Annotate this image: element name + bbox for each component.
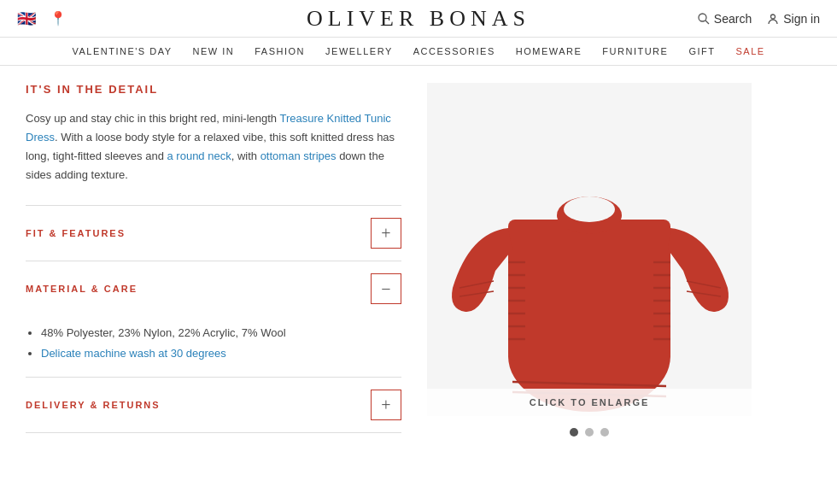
header-left: 🇬🇧 📍 [17,10,67,26]
material-item-2: Delicate machine wash at 30 degrees [41,343,401,363]
accordion-item-fit: FIT & FEATURES + [26,206,401,261]
dot-2[interactable] [585,428,594,437]
accordion-toggle-delivery[interactable]: + [371,390,401,420]
search-icon [698,13,710,25]
accordion-item-delivery: DELIVERY & RETURNS + [26,378,401,433]
nav-jewellery[interactable]: JEWELLERY [325,46,393,56]
product-detail-left: IT'S IN THE DETAIL Cosy up and stay chic… [26,83,401,437]
location-pin-icon: 📍 [50,10,67,26]
header: 🇬🇧 📍 OLIVER BONAS Search Sign in [0,0,837,38]
nav-homeware[interactable]: HOMEWARE [516,46,582,56]
dot-3[interactable] [600,428,609,437]
svg-rect-5 [508,220,670,360]
accordion-header-delivery[interactable]: DELIVERY & RETURNS + [26,378,401,432]
accordion: FIT & FEATURES + MATERIAL & CARE − 48% P… [26,205,401,433]
svg-point-0 [699,14,706,21]
nav-new-in[interactable]: NEW IN [193,46,235,56]
signin-label: Sign in [783,12,820,26]
search-button[interactable]: Search [698,12,752,26]
nav-valentines[interactable]: VALENTINE'S DAY [72,46,172,56]
accordion-label-fit: FIT & FEATURES [26,228,126,238]
user-icon [767,13,779,25]
nav-accessories[interactable]: ACCESSORIES [413,46,495,56]
site-logo: OLIVER BONAS [307,6,530,32]
product-image-wrap: CLICK TO ENLARGE [427,83,752,416]
accordion-content-material: 48% Polyester, 23% Nylon, 22% Acrylic, 7… [26,316,401,377]
nav-fashion[interactable]: FASHION [255,46,305,56]
search-label: Search [714,12,752,26]
main-nav: VALENTINE'S DAY NEW IN FASHION JEWELLERY… [0,38,837,66]
desc-link-ottoman: ottoman stripes [260,149,337,162]
section-title: IT'S IN THE DETAIL [26,83,401,96]
svg-point-7 [564,196,615,222]
main-content: IT'S IN THE DETAIL Cosy up and stay chic… [0,66,837,454]
nav-gift[interactable]: GIFT [688,46,715,56]
accordion-minus-icon-material: − [381,279,390,299]
accordion-plus-icon-fit: + [381,224,390,243]
desc-link-neck: a round neck [167,149,231,162]
product-dress-image [427,83,752,416]
product-description: Cosy up and stay chic in this bright red… [26,109,401,185]
dot-1[interactable] [570,428,578,437]
accordion-item-material: MATERIAL & CARE − 48% Polyester, 23% Nyl… [26,261,401,378]
accordion-toggle-material[interactable]: − [371,273,401,304]
uk-flag-icon: 🇬🇧 [17,11,41,26]
accordion-label-delivery: DELIVERY & RETURNS [26,400,161,410]
accordion-header-material[interactable]: MATERIAL & CARE − [26,261,401,316]
header-right: Search Sign in [698,12,820,26]
accordion-header-fit[interactable]: FIT & FEATURES + [26,206,401,261]
product-name-link[interactable]: Treasure Knitted Tunic Dress [26,112,391,144]
svg-point-2 [771,15,776,19]
nav-furniture[interactable]: FURNITURE [602,46,668,56]
nav-sale[interactable]: SALE [735,46,764,56]
accordion-plus-icon-delivery: + [381,396,390,415]
accordion-toggle-fit[interactable]: + [371,218,401,249]
accordion-label-material: MATERIAL & CARE [26,284,138,294]
material-item-1: 48% Polyester, 23% Nylon, 22% Acrylic, 7… [41,323,401,343]
product-image-section: CLICK TO ENLARGE [427,83,752,437]
enlarge-button[interactable]: CLICK TO ENLARGE [427,389,752,416]
svg-line-1 [705,21,709,24]
image-dots [427,428,752,437]
signin-button[interactable]: Sign in [767,12,820,26]
